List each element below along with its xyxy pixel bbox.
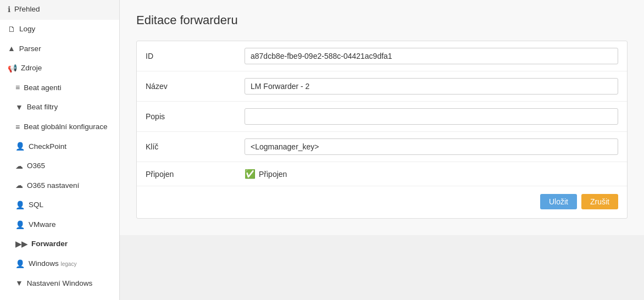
- config-icon: ≡: [15, 122, 20, 133]
- popis-label: Popis: [146, 112, 245, 121]
- nastaveni-icon: ▼: [15, 278, 23, 289]
- sidebar-item-logy[interactable]: 🗋 Logy: [0, 20, 119, 40]
- sidebar-item-beat-agenti[interactable]: ≡ Beat agenti: [0, 78, 119, 98]
- form-row-pripojen: Připojen ✅ Připojen: [137, 162, 627, 186]
- form-row-id: ID: [137, 41, 627, 71]
- main-content: Editace forwarderu ID Název Popis Klíč: [120, 0, 644, 300]
- popis-input[interactable]: [245, 108, 618, 125]
- forwarder-icon: ▶▶: [15, 239, 27, 250]
- form-row-popis: Popis: [137, 102, 627, 132]
- sidebar-item-prehled[interactable]: ℹ Přehled: [0, 0, 119, 20]
- nazev-label: Název: [146, 82, 245, 91]
- cloud-icon: ☁: [15, 161, 23, 172]
- nazev-input[interactable]: [245, 78, 618, 95]
- sidebar-item-parser[interactable]: ▲ Parser: [0, 39, 119, 59]
- klic-input[interactable]: [245, 138, 618, 155]
- id-label: ID: [146, 52, 245, 60]
- sql-icon: 👤: [15, 200, 25, 211]
- id-input[interactable]: [245, 48, 618, 64]
- cloud2-icon: ☁: [15, 180, 23, 191]
- zdroje-icon: 📢: [8, 63, 17, 74]
- file-icon: 🗋: [8, 24, 15, 35]
- content-area: Editace forwarderu ID Název Popis Klíč: [120, 0, 644, 235]
- sidebar-item-beat-globalni[interactable]: ≡ Beat globální konfigurace: [0, 118, 119, 137]
- info-icon: ℹ: [8, 4, 10, 15]
- sidebar-item-o365[interactable]: ☁ O365: [0, 157, 119, 176]
- sidebar-item-windows[interactable]: 👤 Windows legacy: [0, 254, 119, 274]
- parser-icon: ▲: [8, 43, 15, 54]
- sidebar-item-beat-filtry[interactable]: ▼ Beat filtry: [0, 98, 119, 118]
- pripojen-label: Připojen: [146, 170, 245, 179]
- checkpoint-icon: 👤: [15, 141, 25, 152]
- sidebar: ℹ Přehled 🗋 Logy ▲ Parser 📢 Zdroje ≡ Bea…: [0, 0, 120, 300]
- form-row-klic: Klíč: [137, 132, 627, 162]
- list-icon: ≡: [15, 82, 20, 93]
- cancel-button[interactable]: Zrušit: [581, 194, 618, 209]
- sidebar-item-o365-nastaveni[interactable]: ☁ O365 nastavení: [0, 176, 119, 196]
- save-button[interactable]: Uložit: [540, 194, 577, 209]
- klic-label: Klíč: [146, 142, 245, 151]
- form-actions: Uložit Zrušit: [137, 186, 627, 218]
- form-row-nazev: Název: [137, 71, 627, 102]
- form-card: ID Název Popis Klíč Připojen: [136, 41, 628, 219]
- sidebar-item-nastaveni-windows[interactable]: ▼ Nastavení Windows: [0, 274, 119, 293]
- sidebar-item-vmware[interactable]: 👤 VMware: [0, 215, 119, 235]
- status-text: Připojen: [259, 170, 287, 179]
- sidebar-item-checkpoint[interactable]: 👤 CheckPoint: [0, 137, 119, 157]
- page-title: Editace forwarderu: [136, 13, 628, 27]
- sidebar-item-sql[interactable]: 👤 SQL: [0, 196, 119, 215]
- filter-icon: ▼: [15, 102, 23, 113]
- status-connected: ✅ Připojen: [245, 169, 287, 179]
- connected-icon: ✅: [245, 169, 256, 179]
- vmware-icon: 👤: [15, 220, 25, 231]
- sidebar-item-forwarder[interactable]: ▶▶ Forwarder: [0, 235, 119, 254]
- windows-icon: 👤: [15, 259, 25, 270]
- sidebar-item-zdroje[interactable]: 📢 Zdroje: [0, 59, 119, 79]
